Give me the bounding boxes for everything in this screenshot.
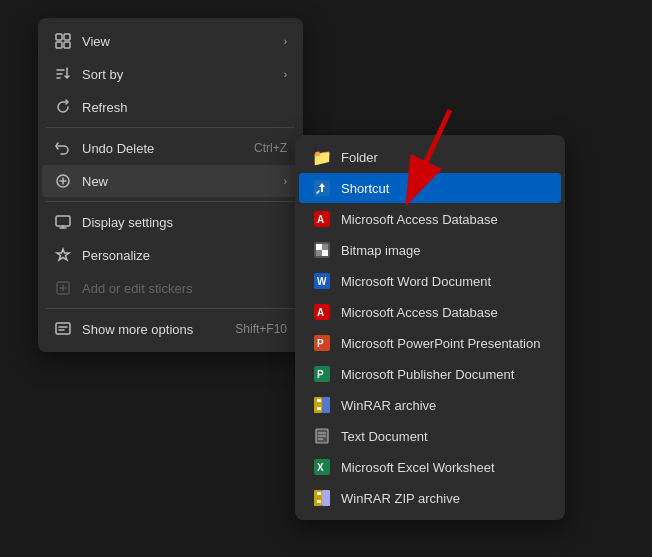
submenu-item-bitmap[interactable]: Bitmap image (299, 235, 561, 265)
submenu-item-word[interactable]: W Microsoft Word Document (299, 266, 561, 296)
folder-icon: 📁 (313, 148, 331, 166)
divider-3 (46, 308, 295, 309)
svg-rect-14 (322, 250, 328, 256)
submenu-item-access1[interactable]: A Microsoft Access Database (299, 204, 561, 234)
svg-rect-33 (317, 492, 321, 495)
access1-label: Microsoft Access Database (341, 212, 547, 227)
access1-icon: A (313, 210, 331, 228)
svg-rect-2 (56, 42, 62, 48)
access2-label: Microsoft Access Database (341, 305, 547, 320)
new-label: New (82, 174, 274, 189)
shortcut-icon (313, 179, 331, 197)
svg-rect-35 (317, 500, 321, 503)
svg-text:P: P (317, 369, 324, 380)
menu-item-add-stickers[interactable]: Add or edit stickers (42, 272, 299, 304)
submenu-item-powerpoint[interactable]: P Microsoft PowerPoint Presentation (299, 328, 561, 358)
svg-rect-26 (317, 403, 321, 406)
svg-text:P: P (317, 338, 324, 349)
submenu-item-winrar[interactable]: WinRAR archive (299, 390, 561, 420)
svg-rect-7 (56, 323, 70, 334)
menu-item-refresh[interactable]: Refresh (42, 91, 299, 123)
svg-text:X: X (317, 462, 324, 473)
winrar-zip-icon (313, 489, 331, 507)
svg-rect-24 (322, 397, 330, 413)
svg-text:A: A (317, 307, 324, 318)
svg-text:A: A (317, 214, 324, 225)
folder-label: Folder (341, 150, 547, 165)
submenu-item-access2[interactable]: A Microsoft Access Database (299, 297, 561, 327)
submenu-item-winrar-zip[interactable]: WinRAR ZIP archive (299, 483, 561, 513)
personalize-icon (54, 246, 72, 264)
show-more-shortcut: Shift+F10 (235, 322, 287, 336)
more-icon (54, 320, 72, 338)
svg-rect-0 (56, 34, 62, 40)
view-arrow: › (284, 36, 287, 47)
text-document-icon (313, 427, 331, 445)
bitmap-label: Bitmap image (341, 243, 547, 258)
menu-item-display-settings[interactable]: Display settings (42, 206, 299, 238)
sort-arrow: › (284, 69, 287, 80)
excel-icon: X (313, 458, 331, 476)
sort-by-label: Sort by (82, 67, 274, 82)
divider-1 (46, 127, 295, 128)
excel-label: Microsoft Excel Worksheet (341, 460, 547, 475)
undo-shortcut: Ctrl+Z (254, 141, 287, 155)
svg-rect-1 (64, 34, 70, 40)
winrar-zip-label: WinRAR ZIP archive (341, 491, 547, 506)
winrar-icon (313, 396, 331, 414)
personalize-label: Personalize (82, 248, 287, 263)
menu-item-personalize[interactable]: Personalize (42, 239, 299, 271)
powerpoint-label: Microsoft PowerPoint Presentation (341, 336, 547, 351)
svg-rect-25 (317, 399, 321, 402)
submenu-item-excel[interactable]: X Microsoft Excel Worksheet (299, 452, 561, 482)
submenu-item-folder[interactable]: 📁 Folder (299, 142, 561, 172)
sort-icon (54, 65, 72, 83)
bitmap-icon (313, 241, 331, 259)
show-more-label: Show more options (82, 322, 225, 337)
refresh-label: Refresh (82, 100, 287, 115)
menu-item-view[interactable]: View › (42, 25, 299, 57)
view-icon (54, 32, 72, 50)
submenu-new: 📁 Folder Shortcut A Microsoft Access Dat… (295, 135, 565, 520)
context-menu: View › Sort by › Refresh Undo (38, 18, 303, 352)
submenu-item-text[interactable]: Text Document (299, 421, 561, 451)
svg-text:W: W (317, 276, 327, 287)
publisher-icon: P (313, 365, 331, 383)
winrar-label: WinRAR archive (341, 398, 547, 413)
svg-rect-32 (322, 490, 330, 506)
new-icon (54, 172, 72, 190)
display-settings-label: Display settings (82, 215, 287, 230)
display-icon (54, 213, 72, 231)
refresh-icon (54, 98, 72, 116)
svg-rect-13 (316, 244, 322, 250)
menu-item-new[interactable]: New › (42, 165, 299, 197)
access2-icon: A (313, 303, 331, 321)
svg-rect-27 (317, 407, 321, 410)
menu-item-undo-delete[interactable]: Undo Delete Ctrl+Z (42, 132, 299, 164)
undo-delete-label: Undo Delete (82, 141, 244, 156)
svg-rect-3 (64, 42, 70, 48)
view-label: View (82, 34, 274, 49)
sticker-icon (54, 279, 72, 297)
svg-rect-5 (56, 216, 70, 226)
add-stickers-label: Add or edit stickers (82, 281, 287, 296)
svg-rect-34 (317, 496, 321, 499)
word-icon: W (313, 272, 331, 290)
menu-item-show-more[interactable]: Show more options Shift+F10 (42, 313, 299, 345)
shortcut-label: Shortcut (341, 181, 547, 196)
word-label: Microsoft Word Document (341, 274, 547, 289)
text-label: Text Document (341, 429, 547, 444)
submenu-item-publisher[interactable]: P Microsoft Publisher Document (299, 359, 561, 389)
powerpoint-icon: P (313, 334, 331, 352)
new-arrow: › (284, 176, 287, 187)
submenu-item-shortcut[interactable]: Shortcut (299, 173, 561, 203)
undo-icon (54, 139, 72, 157)
menu-item-sort-by[interactable]: Sort by › (42, 58, 299, 90)
publisher-label: Microsoft Publisher Document (341, 367, 547, 382)
divider-2 (46, 201, 295, 202)
